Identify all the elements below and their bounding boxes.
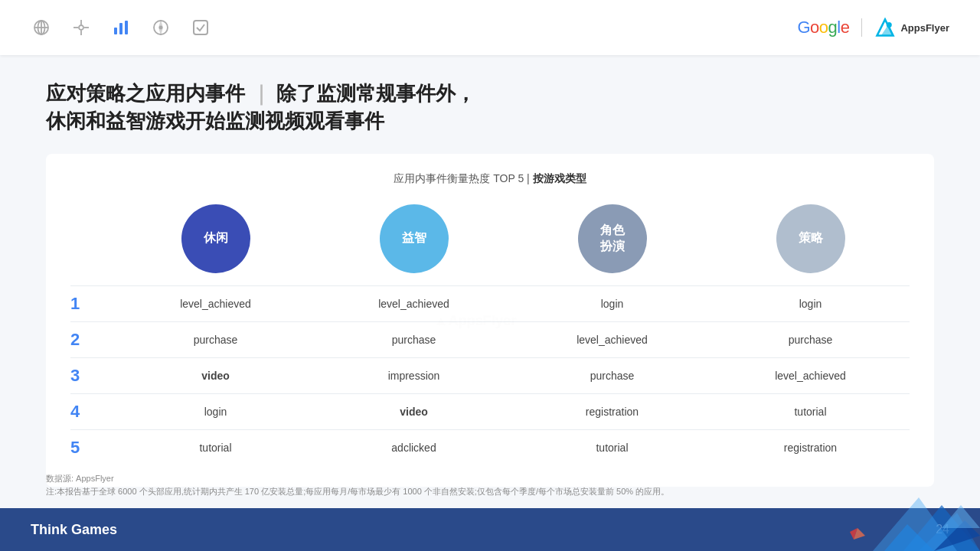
- checkmark-icon[interactable]: [190, 17, 211, 38]
- svg-rect-15: [194, 21, 207, 34]
- logo-divider: [861, 18, 862, 37]
- move-icon[interactable]: [70, 17, 92, 38]
- casual-5: tutorial: [116, 429, 315, 465]
- table-row: 3 video impression purchase level_achiev…: [70, 357, 910, 393]
- compass-icon[interactable]: [150, 17, 172, 38]
- rank-header: [70, 204, 116, 286]
- top-nav: Google AppsFlyer: [0, 0, 980, 55]
- chart-title-prefix: 应用内事件衡量热度 TOP 5 |: [394, 172, 529, 184]
- strategy-2: purchase: [711, 321, 910, 357]
- main-content: 应对策略之应用内事件｜除了监测常规事件外， 休闲和益智游戏开始监测视频观看事件 …: [0, 55, 980, 508]
- puzzle-4: video: [315, 393, 513, 429]
- rpg-5: tutorial: [513, 429, 711, 465]
- chart-area: ⟁ AppsFlyer 应用内事件衡量热度 TOP 5 | 按游戏类型 休闲 益…: [46, 154, 934, 487]
- puzzle-3: impression: [315, 357, 513, 393]
- category-header-row: 休闲 益智 角色扮演 策略: [70, 204, 910, 286]
- rpg-3: purchase: [513, 357, 711, 393]
- footer-note: 数据源: AppsFlyer 注:本报告基于全球 6000 个头部应用,统计期内…: [46, 472, 934, 499]
- table-row: 1 level_achieved level_achieved login lo…: [70, 285, 910, 321]
- google-logo: Google: [797, 18, 849, 37]
- svg-rect-10: [119, 23, 122, 34]
- puzzle-5: adclicked: [315, 429, 513, 465]
- svg-rect-9: [114, 28, 117, 34]
- rank-2: 2: [70, 321, 116, 357]
- svg-rect-11: [125, 21, 128, 34]
- chart-title-suffix: 按游戏类型: [533, 172, 586, 184]
- category-rpg: 角色扮演: [513, 204, 711, 286]
- strategy-1: login: [711, 285, 910, 321]
- puzzle-1: level_achieved: [315, 285, 513, 321]
- svg-marker-27: [854, 528, 865, 540]
- strategy-3: level_achieved: [711, 357, 910, 393]
- rpg-1: login: [513, 285, 711, 321]
- appsflyer-logo: AppsFlyer: [874, 17, 949, 38]
- rank-3: 3: [70, 357, 116, 393]
- svg-marker-24: [884, 524, 934, 551]
- strategy-5: registration: [711, 429, 910, 465]
- table-row: 4 login video registration tutorial: [70, 393, 910, 429]
- page-title: 应对策略之应用内事件｜除了监测常规事件外， 休闲和益智游戏开始监测视频观看事件: [46, 80, 934, 135]
- rpg-2: level_achieved: [513, 321, 711, 357]
- category-strategy: 策略: [711, 204, 910, 286]
- casual-3: video: [116, 357, 315, 393]
- category-puzzle: 益智: [315, 204, 513, 286]
- svg-point-18: [887, 22, 892, 28]
- footnote-line1: 数据源: AppsFlyer: [46, 472, 934, 486]
- chart-section-title: 应用内事件衡量热度 TOP 5 | 按游戏类型: [70, 172, 910, 186]
- table-row: 2 purchase purchase level_achieved purch…: [70, 321, 910, 357]
- rank-5: 5: [70, 429, 116, 465]
- footnote-line2: 注:本报告基于全球 6000 个头部应用,统计期内共产生 170 亿安装总量;每…: [46, 485, 934, 499]
- title-part2: 除了监测常规事件外，: [276, 82, 475, 105]
- svg-point-14: [160, 27, 162, 29]
- svg-point-4: [79, 25, 83, 30]
- title-divider: ｜: [251, 82, 270, 105]
- bottom-brand: Think Games: [31, 522, 117, 538]
- category-casual: 休闲: [116, 204, 315, 286]
- casual-1: level_achieved: [116, 285, 315, 321]
- svg-marker-21: [919, 513, 980, 551]
- puzzle-2: purchase: [315, 321, 513, 357]
- rank-1: 1: [70, 285, 116, 321]
- data-table: 休闲 益智 角色扮演 策略 1 level_achieved level_ach…: [70, 204, 910, 465]
- casual-2: purchase: [116, 321, 315, 357]
- chart-icon[interactable]: [110, 17, 132, 38]
- rpg-4: registration: [513, 393, 711, 429]
- logos-area: Google AppsFlyer: [797, 17, 949, 38]
- rank-4: 4: [70, 393, 116, 429]
- nav-icon-group: [31, 17, 211, 38]
- page-number: 24: [936, 523, 949, 536]
- title-part1: 应对策略之应用内事件: [46, 82, 245, 105]
- casual-4: login: [116, 393, 315, 429]
- title-part3: 休闲和益智游戏开始监测视频观看事件: [46, 109, 384, 132]
- table-row: 5 tutorial adclicked tutorial registrati…: [70, 429, 910, 465]
- strategy-4: tutorial: [711, 393, 910, 429]
- svg-marker-26: [850, 528, 858, 540]
- bottom-bar: Think Games 24: [0, 508, 980, 551]
- globe-icon[interactable]: [31, 17, 52, 38]
